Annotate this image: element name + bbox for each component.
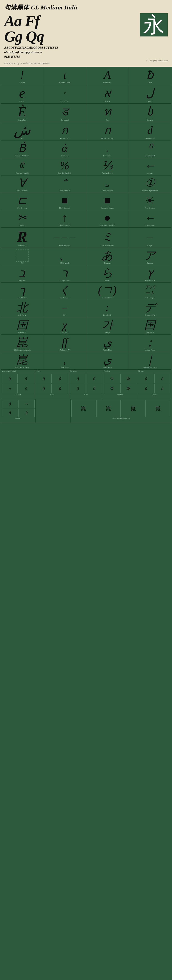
header-display-chars: Aa FfGg Qq 永 xyxy=(4,13,168,44)
svg-line-8 xyxy=(147,202,148,204)
source-text: Font Source: http://www.fontke.com/font/… xyxy=(4,62,168,65)
label-dingbats: Dingbats xyxy=(19,224,25,227)
bottom-variant-row-2: ð ¬ ð ð CJK Ext I xyxy=(1,399,171,423)
cell-enclosed-cjk: (ㄱ) Enclosed CJK xyxy=(86,283,129,300)
label-misc-symbols: Misc Symbols xyxy=(145,207,155,209)
bottom-glyph-cell: 崑 xyxy=(71,400,96,417)
grid-row-3: È Arabic Sup ड Devanagari ท Thai ს Georg… xyxy=(1,103,171,122)
grid-row-16: 崑 CJK Compat Ideographs ff Alphabetic PF… xyxy=(1,335,171,352)
font-title: 句读黑体 CL Medium Italic xyxy=(4,3,168,11)
glyph-super-sub: ⁰ xyxy=(148,142,152,154)
svg-line-6 xyxy=(151,202,153,204)
cell-block-elements: ■ Block Elements xyxy=(43,193,86,210)
glyph-control-pictures: ␣ xyxy=(105,177,109,189)
label-cjk-compat-forms: CJK Compat Forms xyxy=(15,366,29,369)
glyph-cjk-compat-ideographs: 崑 xyxy=(16,336,28,348)
label-itc: ITC xyxy=(21,262,23,264)
label-control-pictures: Control Pictures xyxy=(102,190,113,192)
bottom-cell-soyombo: Φ Φ Φ Φ Soyombo xyxy=(103,373,137,399)
grid-row-5: Ḃ Latin Ext Additional ά Greek Ext . Pun… xyxy=(1,141,171,158)
cell-cjk-radicals-sup: ミ CJK Radicals Sup xyxy=(86,228,129,248)
cell-diacritics-sup: d Diacritics Sup xyxy=(129,122,171,140)
bottom-cell-cri-1: ð ð ð ð C R I xyxy=(35,373,69,399)
glyph-arabic-pf-a: ﻱ xyxy=(103,336,112,348)
label-phonetic-ext: Phonetic Ext xyxy=(60,137,69,140)
label-arabic-pf-b: Arabic PF B xyxy=(103,366,112,369)
label-cri-2: C R I xyxy=(70,394,102,395)
cell-punctuation: . Punctuation xyxy=(86,141,129,158)
cell-kangxi: — Kangxi xyxy=(129,228,171,248)
glyph-variant-1: ð xyxy=(9,376,11,381)
label-serto: Serto xyxy=(20,137,24,140)
glyph-box-drawing: ⊏ xyxy=(18,194,27,207)
label-cjk-ext-a: CJK Ext A xyxy=(18,314,26,317)
grid-row-2: e Cyrillic ꚩ Cyrillic Sup א Hebrew ﻝ Ara… xyxy=(1,85,171,103)
bottom-cell-cjk-ext-i-2: ð ¬ ð ð CJK Ext I xyxy=(1,399,36,423)
glyph-cjk-strokes: ך xyxy=(19,284,25,296)
label-latin-ext-additional: Latin Ext Additional xyxy=(15,155,29,157)
glyph-cyrillic-sup: ꚩ xyxy=(64,86,66,100)
cell-devanagari: ड Devanagari xyxy=(43,103,86,122)
glyph-latin-ext-e: χ xyxy=(62,318,67,331)
grid-row-6: ¢ Currency Symbols % Letterlike Symbols … xyxy=(1,158,171,175)
glyph-cyrillic: e xyxy=(19,86,25,100)
cell-phonetic-ext-sup: ก Phonetic Ext Sup xyxy=(86,122,129,140)
label-diacritics-sup: Diacritics Sup xyxy=(145,137,155,140)
label-sup-punctuation: Sup Punctuation xyxy=(59,245,71,247)
cell-sup-arrows-b: ↑ Sup Arrows B xyxy=(43,210,86,228)
label-arabic-sup: Arabic Sup xyxy=(18,119,26,121)
bottom-glyph-cell: ð xyxy=(52,384,68,393)
label-box-drawing: Box Drawing xyxy=(18,207,27,209)
glyph-variant-3: ¬ xyxy=(8,386,11,391)
glyph-arabic-pf-b: ﻱ xyxy=(103,353,112,366)
label-arabic-pf-a: Arabic PF A xyxy=(103,349,112,351)
cell-latin-ext-a: Ā Latin Ext A xyxy=(86,68,129,85)
cell-bojpunthi-ext: ץ Bojpunthi Ext xyxy=(129,265,171,282)
cell-hangul: 가 Hangul xyxy=(86,317,129,334)
glyph-latin-ext-additional: Ḃ xyxy=(18,142,26,154)
cell-latin-ext-d: : Latin Ext D xyxy=(86,300,129,317)
label-block-elements: Block Elements xyxy=(59,207,70,209)
glyph-sup-arrows-b: ↑ xyxy=(62,212,68,224)
cell-arabic-pf-a: ﻱ Arabic PF A xyxy=(86,335,129,352)
label-jamo-ext-a: Jamo Ext A xyxy=(18,332,26,334)
alphabet-display: ABCDEFGHIJKLMNOPQRSTUVWXYZ abcdefghijklm… xyxy=(4,46,168,59)
label-cjk-ext-i-2: CJK Ext I xyxy=(2,417,35,419)
bottom-glyph-cell: ð xyxy=(36,374,52,383)
glyph-hangul: 가 xyxy=(102,318,113,331)
cell-bojpunthi: ב Bojpunthi xyxy=(1,265,43,282)
cell-cjk: — CJK xyxy=(43,300,86,317)
cell-half-full-forms: ｜ Half And Full Forms xyxy=(129,352,171,369)
glyph-dingbats: ✂ xyxy=(18,212,27,224)
cell-ipa-ext: ! IPA Ext xyxy=(1,68,43,85)
cell-currency-symbols: ¢ Currency Symbols xyxy=(1,158,43,175)
bottom-glyph-cell: ð xyxy=(154,374,170,383)
glyph-diacritics-sup: d xyxy=(147,123,153,137)
label-greek-ext: Greek Ext xyxy=(61,155,68,157)
glyph-ipa-ext: ! xyxy=(20,69,24,81)
label-ideographic-symbol: Ideographic Symbol xyxy=(2,370,34,372)
glyph-misc-terminal: ⌃ xyxy=(61,177,69,189)
label-compat-jamo: Compat Jamo xyxy=(60,280,69,282)
glyph-katakana: ア xyxy=(144,249,156,261)
cell-number-forms: ⅓ Number Forms xyxy=(86,158,129,175)
glyph-number-forms: ⅓ xyxy=(102,159,113,172)
cell-letterlike-symbols: % Letterlike Symbols xyxy=(43,158,86,175)
cell-jamo-ext-a: 国 Jamo Ext A xyxy=(1,317,43,334)
glyph-jamo-ext-a: 国 xyxy=(16,318,28,331)
cell-cjk-compat-ideographs: 崑 CJK Compat Ideographs xyxy=(1,335,43,352)
cell-georgian: ს Georgian xyxy=(129,103,171,122)
label-misc-math-symbols-b: Misc Math Symbols B xyxy=(100,224,115,227)
bottom-cell-cri-2: ð ð ð ð C R I xyxy=(69,373,103,399)
glyph-thai: ท xyxy=(104,105,111,119)
bottom-glyph-cell: 崑 xyxy=(96,400,121,417)
glyph-block-elements: ■ xyxy=(61,194,68,207)
cell-cjk-strokes: ך CJK Strokes xyxy=(1,283,43,300)
label-nushu: Nushu xyxy=(36,370,68,372)
label-ipa-ext: IPA Ext xyxy=(19,82,25,84)
glyph-letterlike-symbols: % xyxy=(60,159,69,172)
label-cjk-strokes: CJK Strokes xyxy=(18,297,26,299)
glyph-cjk: — xyxy=(62,301,67,313)
glyph-alphabetic-pf: ff xyxy=(61,336,68,348)
label-hiragana: Hiragana xyxy=(104,262,110,264)
